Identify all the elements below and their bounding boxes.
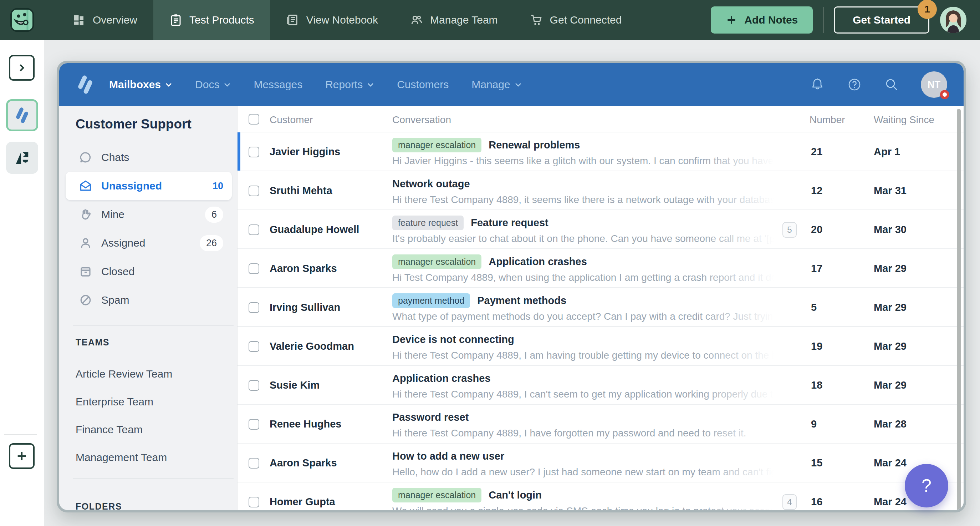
tab-label: Manage Team bbox=[430, 14, 498, 26]
sidebar-item-unassigned[interactable]: Unassigned 10 bbox=[65, 172, 232, 200]
zendesk-app-button[interactable] bbox=[6, 142, 38, 174]
sidebar-item-assigned[interactable]: Assigned 26 bbox=[59, 229, 237, 257]
conversation-list: Customer Conversation Number Waiting Sin… bbox=[237, 106, 964, 512]
left-rail bbox=[0, 40, 44, 526]
row-checkbox[interactable] bbox=[248, 302, 259, 313]
user-avatar[interactable] bbox=[940, 7, 966, 33]
chevron-down-icon bbox=[165, 83, 172, 87]
nav-customers[interactable]: Customers bbox=[397, 78, 449, 91]
table-row[interactable]: Homer Gupta manager escalation Can't log… bbox=[237, 483, 964, 512]
vertical-scrollbar[interactable] bbox=[957, 109, 961, 512]
cart-icon bbox=[530, 14, 543, 26]
nav-manage[interactable]: Manage bbox=[471, 78, 521, 91]
add-app-button[interactable] bbox=[9, 443, 35, 469]
nav-label: Manage bbox=[471, 78, 510, 91]
folder-label: Unassigned bbox=[101, 180, 162, 192]
row-checkbox[interactable] bbox=[248, 225, 259, 235]
conversation-cell: Application crashes Hi there Test Compan… bbox=[392, 370, 802, 400]
person-icon bbox=[79, 237, 92, 249]
topbar-divider bbox=[823, 7, 824, 33]
tab-test-products[interactable]: Test Products bbox=[153, 0, 270, 40]
search-icon[interactable] bbox=[884, 77, 899, 92]
row-checkbox[interactable] bbox=[248, 341, 259, 352]
spam-slash-icon bbox=[79, 294, 92, 306]
table-row[interactable]: Renee Hughes Password reset Hi there Tes… bbox=[237, 405, 964, 443]
notifications-bell-icon[interactable] bbox=[810, 77, 825, 92]
nav-reports[interactable]: Reports bbox=[325, 78, 374, 91]
top-bar: Overview Test Products View Notebook Man… bbox=[0, 0, 980, 40]
waiting-since-date: Apr 1 bbox=[874, 146, 900, 158]
sidebar-item-mine[interactable]: Mine 6 bbox=[59, 200, 237, 229]
conversation-cell: Password reset Hi there Test Company 488… bbox=[392, 409, 802, 439]
col-customer: Customer bbox=[270, 114, 313, 126]
help-icon[interactable] bbox=[846, 77, 862, 92]
expand-panel-button[interactable] bbox=[9, 55, 35, 81]
table-row[interactable]: Valerie Goodman Device is not connecting… bbox=[237, 327, 964, 366]
folder-label: Spam bbox=[101, 294, 129, 306]
row-checkbox[interactable] bbox=[248, 497, 259, 507]
teams-list: Article Review Team Enterprise Team Fina… bbox=[59, 360, 237, 472]
table-row[interactable]: Sruthi Mehta Network outage Hi there Tes… bbox=[237, 171, 964, 210]
stage: Mailboxes Docs Messages Reports Customer… bbox=[44, 40, 980, 526]
tab-overview[interactable]: Overview bbox=[57, 0, 153, 40]
conversation-cell: Device is not connecting Hi there Test C… bbox=[392, 331, 802, 361]
folder-label: Mine bbox=[101, 209, 124, 220]
row-checkbox[interactable] bbox=[248, 147, 259, 157]
customer-name: Sruthi Mehta bbox=[270, 185, 332, 197]
account-avatar[interactable]: NT bbox=[921, 72, 947, 98]
tab-label: Test Products bbox=[189, 14, 254, 26]
nav-messages[interactable]: Messages bbox=[253, 78, 302, 91]
customer-name: Renee Hughes bbox=[270, 418, 341, 430]
sidebar-divider bbox=[73, 478, 234, 478]
sidebar-item-closed[interactable]: Closed bbox=[59, 257, 237, 286]
col-conversation: Conversation bbox=[392, 114, 451, 126]
tab-manage-team[interactable]: Manage Team bbox=[394, 0, 514, 40]
customer-name: Irving Sullivan bbox=[270, 301, 340, 313]
helpscout-nav: Mailboxes Docs Messages Reports Customer… bbox=[59, 63, 964, 106]
tab-view-notebook[interactable]: View Notebook bbox=[270, 0, 394, 40]
add-notes-button[interactable]: Add Notes bbox=[711, 6, 813, 33]
nav-docs[interactable]: Docs bbox=[195, 78, 231, 91]
tag-pill: manager escalation bbox=[392, 254, 482, 269]
team-item-finance[interactable]: Finance Team bbox=[59, 416, 237, 443]
team-item-management[interactable]: Management Team bbox=[59, 443, 237, 472]
table-row[interactable]: Irving Sullivan payment method Payment m… bbox=[237, 288, 964, 327]
help-bubble-button[interactable]: ? bbox=[905, 464, 948, 507]
table-row[interactable]: Aaron Sparks manager escalation Applicat… bbox=[237, 249, 964, 288]
conversation-subject: Application crashes bbox=[488, 256, 587, 268]
plus-icon bbox=[16, 450, 28, 462]
conversation-preview: What type of payment methods do you acce… bbox=[392, 311, 786, 322]
team-item-enterprise[interactable]: Enterprise Team bbox=[59, 388, 237, 416]
table-row[interactable]: Guadalupe Howell feature request Feature… bbox=[237, 210, 964, 249]
customer-name: Aaron Sparks bbox=[270, 457, 337, 469]
app-logo-icon bbox=[9, 7, 35, 33]
table-row[interactable]: Javier Higgins manager escalation Renewa… bbox=[237, 132, 964, 171]
nav-mailboxes[interactable]: Mailboxes bbox=[109, 78, 172, 91]
conversation-number: 9 bbox=[811, 418, 817, 430]
sidebar-item-chats[interactable]: Chats bbox=[59, 143, 237, 172]
folder-count: 6 bbox=[205, 207, 223, 223]
row-checkbox[interactable] bbox=[248, 186, 259, 196]
waiting-since-date: Mar 24 bbox=[874, 457, 907, 469]
row-checkbox[interactable] bbox=[248, 380, 259, 391]
table-row[interactable]: Aaron Sparks How to add a new user Hello… bbox=[237, 443, 964, 483]
row-checkbox[interactable] bbox=[248, 263, 259, 274]
conversation-subject: Can't login bbox=[488, 489, 542, 501]
get-started-button[interactable]: Get Started 1 bbox=[834, 6, 929, 33]
sidebar-item-spam[interactable]: Spam bbox=[59, 286, 237, 314]
helpscout-app-button[interactable] bbox=[6, 99, 38, 131]
tab-get-connected[interactable]: Get Connected bbox=[514, 0, 638, 40]
conversation-cell: payment method Payment methods What type… bbox=[392, 292, 802, 322]
customer-name: Guadalupe Howell bbox=[270, 224, 359, 236]
table-row[interactable]: Susie Kim Application crashes Hi there T… bbox=[237, 366, 964, 405]
conversation-number: 20 bbox=[811, 224, 822, 236]
teams-header: TEAMS bbox=[76, 337, 110, 347]
team-item-article-review[interactable]: Article Review Team bbox=[59, 360, 237, 388]
tab-label: Overview bbox=[93, 14, 137, 26]
folders-header: FOLDERS bbox=[76, 501, 122, 512]
row-checkbox[interactable] bbox=[248, 419, 259, 430]
row-checkbox[interactable] bbox=[248, 458, 259, 469]
folder-label: Assigned bbox=[101, 237, 145, 249]
chevron-right-icon bbox=[16, 62, 28, 74]
select-all-checkbox[interactable] bbox=[248, 114, 259, 124]
